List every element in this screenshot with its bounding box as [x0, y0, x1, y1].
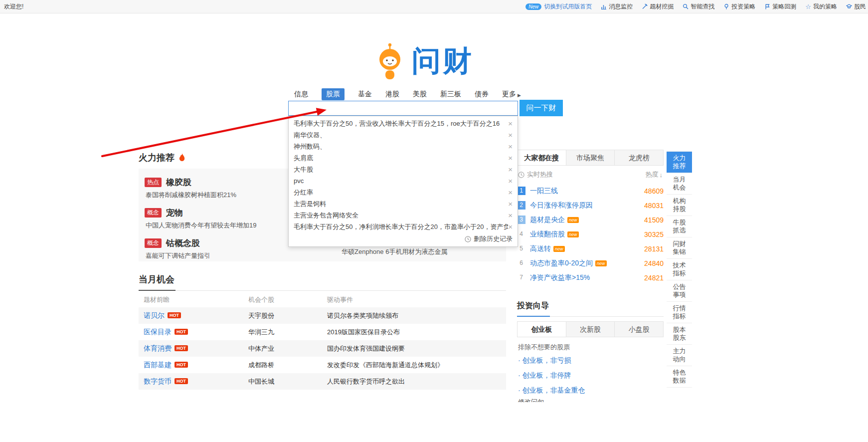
list-item: 5 高送转 new 28131 [517, 241, 664, 256]
rail-item-bull-stocks[interactable]: 牛股抓选 [667, 216, 692, 237]
table-row: 诺贝尔HOT 天宇股份 诺贝尔各类奖项陆续颁布 [139, 307, 506, 324]
ask-wencai-button[interactable]: 问一下财 [520, 100, 563, 116]
history-text: 主营是饲料 [294, 200, 326, 209]
event-cell: 发改委印发《西部陆海新通道总体规划》 [327, 361, 506, 370]
right-rail-nav: 火力推荐 当月机会 机构持股 牛股抓选 问财集锦 技术指标 公告事项 行情指标 … [667, 151, 692, 388]
tab-us-stock[interactable]: 美股 [413, 90, 427, 99]
topnav-smart-search[interactable]: 智能查找 [683, 2, 714, 11]
history-item[interactable]: 分红率 [289, 187, 518, 198]
history-item[interactable]: pvc [289, 175, 518, 187]
rail-item-special-data[interactable]: 特色数据 [667, 366, 692, 388]
history-item[interactable]: 大牛股 [289, 164, 518, 175]
hot-search-link[interactable]: 动态市盈率0-20之间 [530, 259, 593, 268]
remove-history-icon[interactable] [508, 143, 513, 150]
hot-item[interactable]: 概念 钴概念股 嘉能可下调钴产量指引 [145, 237, 309, 260]
remove-history-icon[interactable] [508, 200, 513, 208]
hot-search-link[interactable]: 今日涨停和涨停原因 [530, 201, 593, 210]
hot-item-desc: 中国人宠物消费今年有望较去年增加19 [145, 221, 309, 230]
remove-history-icon[interactable] [508, 177, 513, 185]
rail-item-shareholders[interactable]: 股本股东 [667, 323, 692, 345]
guide-query-link[interactable]: 创业板，非亏损 [517, 353, 664, 368]
theme-link[interactable]: 数字货币 [144, 377, 172, 385]
heat-value: 48031 [644, 202, 664, 210]
rail-item-announcements[interactable]: 公告事项 [667, 280, 692, 302]
topbar-nav: New 切换到试用版首页 消息监控 题材挖掘 智能查找 投资策略 策略回测 [525, 2, 868, 11]
remove-history-icon[interactable] [508, 120, 513, 127]
sort-by-heat[interactable]: 热度 [646, 170, 663, 179]
history-item[interactable]: 毛利率大于百分之50，净利润增长率大于百分之20，市盈率小于20，资产负 [289, 221, 518, 232]
new-badge: new [567, 217, 579, 223]
tab-info[interactable]: 信息 [294, 90, 308, 99]
hot-item[interactable]: 概念 宠物 中国人宠物消费今年有望较去年增加19 [145, 207, 309, 230]
hot-item[interactable]: 热点 橡胶股 泰国将削减橡胶树种植面积21% [145, 177, 309, 200]
history-item[interactable]: 南华仪器、 [289, 129, 518, 141]
history-item[interactable]: 主营业务包含网络安全 [289, 210, 518, 221]
hot-search-subheader: 实时热搜 热度 [517, 166, 664, 184]
hot-search-link[interactable]: 一阳三线 [530, 187, 558, 196]
flame-icon [178, 153, 186, 162]
tab-sub-new[interactable]: 次新股 [566, 322, 615, 337]
theme-link[interactable]: 医保目录 [144, 328, 172, 336]
tab-bond[interactable]: 债券 [475, 90, 489, 99]
rail-item-hot-recommend[interactable]: 火力推荐 [667, 152, 692, 173]
topnav-investor[interactable]: 股民 [846, 2, 866, 11]
tab-fund[interactable]: 基金 [358, 90, 372, 99]
hot-search-link[interactable]: 题材是央企 [530, 216, 565, 224]
rail-item-wencai-collection[interactable]: 问财集锦 [667, 237, 692, 259]
clear-history-row[interactable]: 删除历史记录 [289, 232, 518, 245]
theme-link[interactable]: 诺贝尔 [144, 311, 165, 319]
switch-trial-link[interactable]: New 切换到试用版首页 [525, 2, 592, 11]
theme-link[interactable]: 体育消费 [144, 344, 172, 352]
rail-item-institution[interactable]: 机构持股 [667, 195, 692, 216]
topnav-message-monitor[interactable]: 消息监控 [601, 2, 633, 11]
hot-item-badge: 热点 [145, 178, 162, 187]
tab-chinext[interactable]: 创业板 [518, 322, 566, 337]
theme-link[interactable]: 西部基建 [144, 361, 172, 369]
tab-dragon-tiger[interactable]: 龙虎榜 [614, 150, 663, 165]
hot-item-badge: 概念 [145, 208, 162, 218]
remove-history-icon[interactable] [508, 189, 513, 196]
history-item[interactable]: 神州数码、 [289, 141, 518, 152]
remove-history-icon[interactable] [508, 131, 513, 139]
hot-search-link[interactable]: 业绩翻倍股 [530, 230, 565, 239]
new-badge: new [595, 260, 607, 266]
tab-more[interactable]: 更多 [502, 90, 521, 99]
monthly-title: 当月机会 [139, 273, 175, 291]
rail-item-quote-indicators[interactable]: 行情指标 [667, 302, 692, 323]
topnav-theme-mining[interactable]: 题材挖掘 [642, 2, 674, 11]
event-cell: 2019版国家医保目录公布 [327, 328, 506, 337]
remove-history-icon[interactable] [508, 154, 513, 162]
topnav-strategy-backtest[interactable]: 策略回测 [764, 2, 796, 11]
topnav-invest-strategy[interactable]: 投资策略 [723, 2, 755, 11]
monthly-table-header: 题材前瞻 机会个股 驱动事件 [139, 292, 506, 307]
page: 欢迎您! New 切换到试用版首页 消息监控 题材挖掘 智能查找 投资策略 [0, 0, 868, 442]
tab-small-cap[interactable]: 小盘股 [614, 322, 663, 337]
brand-text: 问财 [412, 42, 474, 81]
rail-item-main-force[interactable]: 主力动向 [667, 345, 692, 366]
history-item[interactable]: 头肩底 [289, 152, 518, 164]
search-input[interactable] [288, 101, 518, 116]
tab-hk-stock[interactable]: 港股 [385, 90, 399, 99]
search-tabs: 信息 股票 基金 港股 美股 新三板 债券 更多 [294, 88, 521, 100]
flag-icon [764, 3, 770, 9]
remove-history-icon[interactable] [508, 212, 513, 219]
switch-trial-label: 切换到试用版首页 [544, 2, 592, 11]
tab-stock[interactable]: 股票 [322, 88, 345, 100]
topnav-my-strategy[interactable]: ☆ 我的策略 [805, 2, 837, 11]
hot-search-link[interactable]: 净资产收益率>15% [530, 273, 590, 282]
rail-item-label: 牛股抓选 [673, 219, 687, 234]
rail-item-monthly[interactable]: 当月机会 [667, 173, 692, 195]
tab-neeq[interactable]: 新三板 [440, 90, 461, 99]
rail-item-label: 技术指标 [673, 261, 687, 277]
remove-history-icon[interactable] [508, 223, 513, 230]
tab-everyone-searching[interactable]: 大家都在搜 [518, 150, 566, 165]
history-item[interactable]: 主营是饲料 [289, 198, 518, 210]
rail-item-technical[interactable]: 技术指标 [667, 259, 692, 280]
remove-history-icon[interactable] [508, 166, 513, 173]
guide-query-link[interactable]: 创业板，非基金重仓 [517, 383, 664, 398]
history-item[interactable]: 毛利率大于百分之50，营业收入增长率大于百分之15，roe大于百分之16 [289, 118, 518, 129]
tab-market-focus[interactable]: 市场聚焦 [566, 150, 615, 165]
list-item: 2 今日涨停和涨停原因 48031 [517, 198, 664, 213]
hot-search-link[interactable]: 高送转 [530, 244, 551, 253]
guide-query-link[interactable]: 创业板，非停牌 [517, 368, 664, 383]
